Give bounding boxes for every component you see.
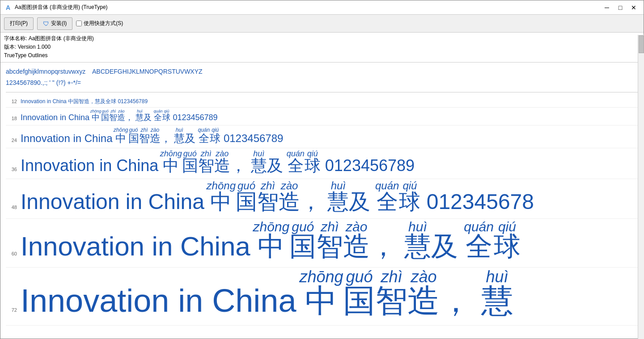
alphabet-numbers: 1234567890.,:; ' " (!?) +-*/= — [6, 77, 638, 88]
ruby-zhi-72: 智zhì — [375, 283, 407, 318]
preview-row-48: 48 Innovation in China 中zhōng国guó智zhì造zà… — [6, 179, 638, 219]
install-label: 安装(I) — [51, 20, 67, 27]
ruby-zao-60: 造zào — [343, 231, 370, 261]
ruby-zhi: 智zhì — [109, 113, 117, 122]
ruby-hui-24: 慧huì — [174, 132, 185, 144]
ruby-zhong-60: 中zhōng — [258, 231, 289, 261]
ruby-hui-48: 慧huì — [327, 190, 349, 213]
font-info-panel: 字体名称: Aa图图拼音体 (非商业使用) 版本: Version 1.000 … — [0, 33, 644, 63]
print-button[interactable]: 打印(P) — [4, 17, 34, 30]
ruby-zhong: 中zhōng — [92, 113, 101, 122]
preview-row-36: 36 Innovation in China 中zhōng国guó智zhì造zà… — [6, 148, 638, 179]
app-icon: A — [4, 4, 12, 12]
uppercase-text: ABCDEFGHIJKLMNOPQRSTUVWXYZ — [92, 68, 203, 75]
ruby-qiu-60: 球qiú — [494, 231, 521, 261]
lowercase-text: abcdefghijklmnopqrstuvwxyz — [6, 68, 85, 75]
ruby-quan-24: 全quán — [199, 132, 210, 144]
ruby-zao-72: 造zào — [407, 283, 440, 318]
ruby-guo: 国guó — [101, 113, 109, 122]
ruby-hui: 慧huì — [136, 113, 144, 122]
shortcut-checkbox-label[interactable]: 使用快捷方式(S) — [76, 20, 123, 27]
size-label-48: 48 — [6, 204, 17, 210]
ruby-guo-24: 国guó — [128, 132, 139, 144]
ruby-guo-48: 国guó — [236, 190, 257, 213]
preview-row-18: 18 Innovation in China 中zhōng国guó智zhì造zà… — [6, 108, 638, 126]
ruby-hui-72: 慧huì — [481, 283, 513, 318]
install-button[interactable]: 🛡 安装(I) — [37, 17, 72, 30]
title-bar: A Aa图图拼音体 (非商业使用) (TrueType) ─ □ ✕ — [0, 0, 644, 15]
size-label-18: 18 — [6, 115, 17, 121]
ruby-quan-36: 全quán — [288, 156, 305, 175]
ruby-qiu-48: 球qiú — [399, 190, 420, 213]
window-title: Aa图图拼音体 (非商业使用) (TrueType) — [15, 4, 601, 11]
ruby-qiu: 球qiú — [162, 113, 170, 122]
preview-text-18: Innovation in China 中zhōng国guó智zhì造zào， … — [21, 109, 638, 123]
ruby-zhong-72: 中zhōng — [305, 283, 343, 318]
size-label-12: 12 — [6, 98, 17, 104]
shortcut-label: 使用快捷方式(S) — [84, 20, 123, 27]
toolbar: 打印(P) 🛡 安装(I) 使用快捷方式(S) — [0, 15, 644, 33]
ruby-zao: 造zào — [117, 113, 125, 122]
print-label: 打印(P) — [10, 20, 28, 27]
ruby-qiu-36: 球qiú — [305, 156, 321, 175]
preview-row-12: 12 Innovation in China 中国智造，慧及全球 0123456… — [6, 96, 638, 108]
ruby-qiu-24: 球qiú — [210, 132, 220, 144]
preview-row-24: 24 Innovation in China 中zhōng国guó智zhì造zà… — [6, 126, 638, 148]
ruby-zao-36: 造zào — [214, 156, 230, 175]
ruby-quan-60: 全quán — [466, 231, 494, 261]
shield-icon: 🛡 — [43, 20, 49, 27]
preview-text-72: Innovation in China 中zhōng国guó智zhì造zào， … — [21, 269, 638, 323]
ruby-hui-60: 慧huì — [404, 231, 431, 261]
preview-text-24: Innovation in China 中zhōng国guó智zhì造zào， … — [21, 127, 638, 146]
main-content[interactable]: abcdefghijklmnopqrstuvwxyz ABCDEFGHIJKLM… — [0, 63, 644, 339]
minimize-button[interactable]: ─ — [601, 3, 613, 13]
ruby-zhong-48: 中zhōng — [210, 190, 236, 213]
ruby-hui-36: 慧huì — [251, 156, 267, 175]
ruby-zao-48: 造zào — [279, 190, 300, 213]
font-name: 字体名称: Aa图图拼音体 (非商业使用) — [4, 34, 640, 43]
size-label-72: 72 — [6, 306, 17, 313]
ruby-quan: 全quán — [154, 113, 162, 122]
preview-text-12: Innovation in China 中国智造，慧及全球 0123456789 — [21, 98, 638, 105]
ruby-guo-60: 国guó — [289, 231, 316, 261]
ruby-guo-36: 国guó — [182, 156, 198, 175]
font-version: 版本: Version 1.000 — [4, 43, 640, 51]
alphabet-section: abcdefghijklmnopqrstuvwxyz ABCDEFGHIJKLM… — [6, 66, 638, 92]
size-label-24: 24 — [6, 137, 17, 143]
ruby-zhi-36: 智zhì — [198, 156, 214, 175]
window-controls: ─ □ ✕ — [601, 3, 640, 13]
size-label-60: 60 — [6, 250, 17, 256]
alphabet-lowercase-uppercase: abcdefghijklmnopqrstuvwxyz ABCDEFGHIJKLM… — [6, 66, 638, 77]
maximize-button[interactable]: □ — [614, 3, 627, 13]
font-preview-window: A Aa图图拼音体 (非商业使用) (TrueType) ─ □ ✕ 打印(P)… — [0, 0, 644, 339]
preview-text-48: Innovation in China 中zhōng国guó智zhì造zào， … — [21, 181, 638, 217]
close-button[interactable]: ✕ — [627, 3, 640, 13]
ruby-zao-24: 造zào — [150, 132, 161, 144]
preview-row-72: 72 Innovation in China 中zhōng国guó智zhì造zà… — [6, 268, 638, 326]
ruby-zhong-36: 中zhōng — [163, 156, 182, 175]
ruby-zhi-48: 智zhì — [257, 190, 279, 213]
preview-text-60: Innovation in China 中zhōng国guó智zhì造zào， … — [21, 221, 638, 265]
preview-row-60: 60 Innovation in China 中zhōng国guó智zhì造zà… — [6, 219, 638, 268]
ruby-zhi-60: 智zhì — [316, 231, 343, 261]
scrollbar-track[interactable] — [638, 63, 644, 339]
ruby-zhong-24: 中zhōng — [115, 132, 128, 144]
ruby-guo-72: 国guó — [343, 283, 375, 318]
ruby-quan-48: 全quán — [377, 190, 399, 213]
font-type: TrueType Outlines — [4, 51, 640, 60]
ruby-zhi-24: 智zhì — [139, 132, 150, 144]
preview-text-36: Innovation in China 中zhōng国guó智zhì造zào， … — [21, 150, 638, 177]
size-label-36: 36 — [6, 166, 17, 172]
shortcut-checkbox[interactable] — [76, 21, 82, 26]
